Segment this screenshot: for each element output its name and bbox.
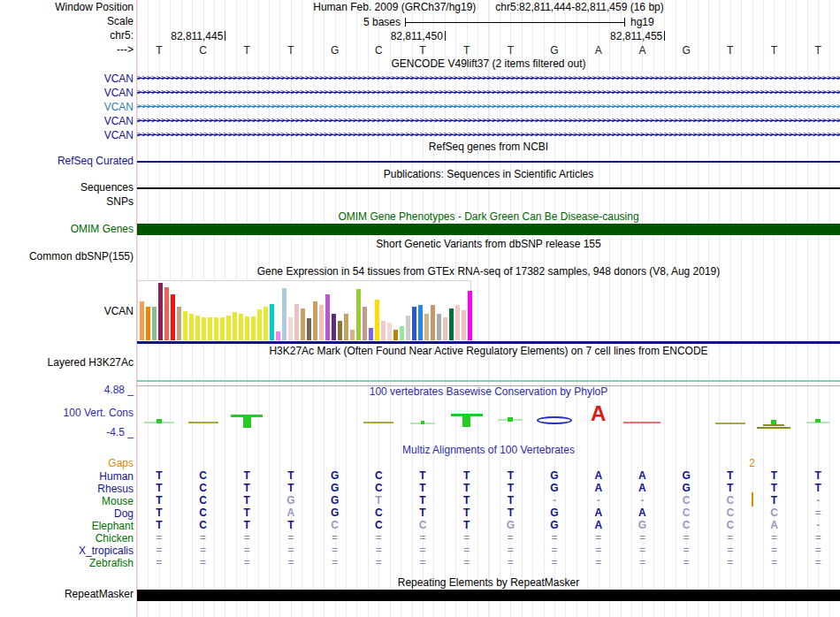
multiz-base-cell[interactable]: C: [313, 520, 357, 531]
gtex-tissue-bar[interactable]: [344, 314, 348, 340]
track-label-sequences[interactable]: Sequences: [0, 182, 134, 194]
multiz-species-label[interactable]: Dog: [0, 507, 134, 520]
gencode-strand-arrows[interactable]: >>>>>>>>>>>>>>>>>>>>>>>>>>>>>>>>>>>>>>>>…: [137, 87, 840, 98]
multiz-species-label[interactable]: Chicken: [0, 532, 134, 545]
multiz-base-cell[interactable]: T: [225, 507, 269, 519]
multiz-base-cell[interactable]: C: [356, 483, 401, 494]
gencode-strand-arrows[interactable]: >>>>>>>>>>>>>>>>>>>>>>>>>>>>>>>>>>>>>>>>…: [137, 72, 840, 84]
multiz-base-cell[interactable]: =: [181, 532, 225, 544]
gtex-tissue-bar[interactable]: [288, 317, 293, 340]
multiz-base-cell[interactable]: T: [225, 470, 269, 482]
phylop-score-box[interactable]: [815, 419, 821, 423]
multiz-base-cell[interactable]: =: [664, 557, 708, 568]
multiz-base-cell[interactable]: =: [621, 557, 665, 568]
gencode-strand-arrows[interactable]: >>>>>>>>>>>>>>>>>>>>>>>>>>>>>>>>>>>>>>>>…: [137, 129, 840, 141]
multiz-base-cell[interactable]: T: [225, 520, 269, 531]
gencode-gene-label[interactable]: VCAN: [0, 129, 134, 141]
gtex-tissue-bar[interactable]: [307, 318, 311, 340]
multiz-base-cell[interactable]: T: [752, 470, 797, 482]
multiz-base-cell[interactable]: C: [664, 520, 708, 531]
track-title-gtex[interactable]: Gene Expression in 54 tissues from GTEx …: [137, 266, 840, 278]
multiz-base-cell[interactable]: T: [445, 507, 489, 519]
multiz-base-cell[interactable]: =: [181, 545, 225, 556]
track-title-multiz[interactable]: Multiz Alignments of 100 Vertebrates: [137, 445, 840, 456]
multiz-base-cell[interactable]: A: [621, 507, 665, 519]
multiz-base-cell[interactable]: T: [137, 495, 181, 507]
multiz-base-cell[interactable]: T: [445, 495, 489, 507]
gtex-tissue-bar[interactable]: [239, 314, 243, 340]
track-title-omim[interactable]: OMIM Gene Phenotypes - Dark Green Can Be…: [137, 211, 840, 223]
track-label-omim-genes[interactable]: OMIM Genes: [0, 224, 134, 235]
multiz-base-cell[interactable]: T: [269, 470, 313, 482]
multiz-base-cell[interactable]: =: [708, 545, 752, 556]
multiz-base-cell[interactable]: T: [225, 495, 269, 507]
gencode-strand-arrows[interactable]: >>>>>>>>>>>>>>>>>>>>>>>>>>>>>>>>>>>>>>>>…: [137, 115, 840, 126]
multiz-base-cell[interactable]: -: [532, 495, 577, 507]
gtex-tissue-bar[interactable]: [437, 314, 441, 340]
multiz-base-cell[interactable]: C: [708, 507, 752, 519]
multiz-base-cell[interactable]: =: [269, 532, 313, 544]
gtex-tissue-bar[interactable]: [393, 330, 398, 340]
gencode-gene-label[interactable]: VCAN: [0, 72, 134, 85]
multiz-base-cell[interactable]: G: [489, 520, 533, 531]
multiz-base-cell[interactable]: -: [796, 520, 840, 531]
multiz-base-cell[interactable]: =: [445, 545, 489, 556]
gtex-tissue-bar[interactable]: [363, 307, 367, 340]
multiz-base-cell[interactable]: A: [621, 483, 665, 494]
track-title-gencode[interactable]: GENCODE V49lift37 (2 items filtered out): [137, 58, 840, 70]
multiz-species-label[interactable]: X_tropicalis: [0, 545, 134, 557]
multiz-species-label[interactable]: Human: [0, 470, 134, 483]
phylop-score-box[interactable]: [508, 417, 513, 422]
multiz-base-cell[interactable]: C: [181, 483, 225, 494]
gtex-tissue-bar[interactable]: [443, 317, 447, 340]
gtex-tissue-bar[interactable]: [214, 317, 218, 340]
track-title-phylop[interactable]: 100 vertebrates Basewise Conservation by…: [137, 386, 840, 398]
multiz-base-cell[interactable]: T: [137, 470, 181, 482]
track-title-publications[interactable]: Publications: Sequences in Scientific Ar…: [137, 169, 840, 180]
multiz-base-cell[interactable]: G: [313, 470, 357, 482]
multiz-base-cell[interactable]: C: [181, 507, 225, 519]
multiz-base-cell[interactable]: G: [313, 507, 357, 519]
multiz-base-cell[interactable]: =: [401, 545, 445, 556]
multiz-base-cell[interactable]: A: [577, 507, 621, 519]
repeatmasker-element-bar[interactable]: [137, 590, 840, 601]
multiz-base-cell[interactable]: =: [708, 557, 752, 568]
gtex-tissue-bar[interactable]: [158, 283, 163, 340]
gtex-tissue-bar[interactable]: [369, 328, 373, 340]
track-title-h3k27ac[interactable]: H3K27Ac Mark (Often Found Near Active Re…: [137, 346, 840, 357]
gtex-tissue-bar[interactable]: [189, 314, 194, 340]
multiz-base-cell[interactable]: G: [532, 470, 577, 482]
gtex-tissue-bar[interactable]: [319, 305, 324, 340]
gtex-tissue-bar[interactable]: [350, 330, 355, 340]
multiz-base-cell[interactable]: T: [445, 520, 489, 531]
omim-gene-bar[interactable]: [137, 224, 840, 235]
gencode-gene-label[interactable]: VCAN: [0, 115, 134, 127]
track-label-dbsnp[interactable]: Common dbSNP(155): [0, 251, 134, 263]
multiz-base-cell[interactable]: C: [708, 520, 752, 531]
gtex-tissue-bar[interactable]: [338, 321, 342, 340]
gtex-tissue-bar[interactable]: [381, 321, 386, 340]
multiz-base-cell[interactable]: =: [313, 545, 357, 556]
gtex-tissue-bar[interactable]: [276, 331, 280, 340]
gtex-tissue-bar[interactable]: [400, 326, 404, 340]
multiz-base-cell[interactable]: T: [137, 520, 181, 531]
gtex-tissue-bar[interactable]: [424, 314, 429, 340]
refseq-gene-line[interactable]: [137, 161, 840, 163]
gtex-track-baseline[interactable]: [137, 341, 840, 344]
gtex-tissue-bar[interactable]: [220, 317, 225, 340]
phylop-score-line[interactable]: [188, 422, 218, 423]
multiz-base-cell[interactable]: T: [401, 495, 445, 507]
phylop-score-line[interactable]: [763, 424, 784, 426]
multiz-base-cell[interactable]: =: [225, 545, 269, 556]
multiz-base-cell[interactable]: =: [752, 532, 797, 544]
multiz-base-cell[interactable]: C: [181, 520, 225, 531]
track-label-conservation[interactable]: 100 Vert. Cons: [0, 408, 134, 419]
gtex-tissue-bar[interactable]: [418, 305, 423, 340]
gtex-tissue-bar[interactable]: [449, 308, 454, 340]
track-label-snps[interactable]: SNPs: [0, 196, 134, 208]
gtex-tissue-bar[interactable]: [208, 317, 212, 340]
gtex-tissue-bar[interactable]: [387, 323, 392, 340]
gtex-expression-chart[interactable]: [137, 280, 471, 341]
multiz-base-cell[interactable]: -: [577, 495, 621, 507]
multiz-base-cell[interactable]: =: [356, 532, 401, 544]
